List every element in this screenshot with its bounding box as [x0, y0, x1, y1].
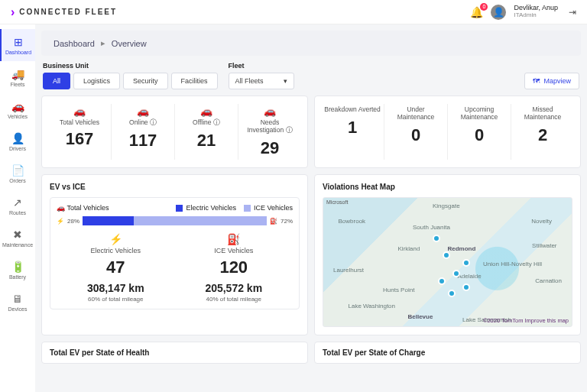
dashboard-icon: ⊞	[14, 36, 23, 48]
chevron-right-icon: ▸	[101, 38, 105, 48]
sidebar-item-dashboard[interactable]: ⊞Dashboard	[0, 29, 35, 61]
kpi-online: 🚗Online ⓘ117	[112, 104, 175, 160]
ev-vs-ice-panel: EV vs ICE 🚗 Total Vehicles Electric Vehi…	[41, 174, 308, 335]
chevron-down-icon: ▾	[284, 77, 287, 85]
avatar[interactable]: 👤	[491, 5, 506, 20]
map-point[interactable]	[443, 251, 450, 259]
panel-ev-state-of-health: Total EV per State of Health	[41, 342, 308, 364]
bu-segmented: All Logistics Security Facilities	[43, 73, 218, 89]
map-point[interactable]	[438, 277, 446, 285]
kpi-breakdown-averted: Breakdown Averted1	[321, 104, 384, 160]
ev-col: ⚡ Electric Vehicles 47 308,147 km 60% of…	[57, 233, 175, 303]
bu-option-logistics[interactable]: Logistics	[73, 73, 120, 89]
app-logo[interactable]: › CONNECTED FLEET	[11, 5, 117, 19]
violations-heatmap-panel: Violations Heat Map Microsoft Kingsgate …	[314, 174, 581, 335]
devices-icon: 🖥	[12, 293, 23, 305]
sidebar-item-fleets[interactable]: 🚚Fleets	[0, 61, 35, 93]
panel-title: EV vs ICE	[50, 183, 300, 191]
user-info: Devlikar, Anup ITAdmin	[514, 5, 558, 19]
map-point[interactable]	[433, 235, 440, 242]
car-icon: 🚗	[115, 105, 171, 117]
bu-option-security[interactable]: Security	[123, 73, 168, 89]
fuel-icon: ⛽	[270, 218, 277, 225]
kpi-under-maintenance: Under Maintenance0	[384, 104, 448, 160]
swatch-ev	[176, 205, 183, 212]
car-icon: 🚗	[178, 105, 235, 117]
logout-icon[interactable]: ⇥	[569, 7, 576, 18]
breadcrumb-current: Overview	[112, 39, 147, 48]
car-icon: 🚗	[51, 105, 108, 117]
panel-ev-state-of-charge: Total EV per State of Charge	[314, 342, 581, 364]
kpi-total-vehicles: 🚗Total Vehicles167	[48, 104, 112, 160]
map-point[interactable]	[462, 283, 470, 291]
map-point[interactable]	[448, 290, 456, 297]
breadcrumb-root[interactable]: Dashboard	[54, 39, 95, 48]
map-point[interactable]	[462, 259, 470, 267]
bu-label: Business Unit	[43, 62, 218, 70]
drivers-icon: 👤	[11, 132, 24, 144]
bu-option-facilities[interactable]: Facilities	[171, 73, 218, 89]
sidebar-item-orders[interactable]: 📄Orders	[0, 157, 35, 190]
app-title: CONNECTED FLEET	[19, 8, 117, 16]
sidebar-item-devices[interactable]: 🖥Devices	[0, 286, 35, 318]
filter-bar: Business Unit All Logistics Security Fac…	[41, 62, 581, 89]
maintenance-icon: ✖	[13, 228, 22, 241]
user-role: ITAdmin	[514, 12, 558, 19]
topbar: › CONNECTED FLEET 🔔 0 👤 Devlikar, Anup I…	[0, 0, 587, 24]
fleet-select[interactable]: All Fleets ▾	[229, 73, 294, 89]
notifications-badge: 0	[480, 3, 488, 11]
bu-option-all[interactable]: All	[43, 73, 70, 89]
map-provider: Microsoft	[326, 199, 348, 205]
sidebar: ⊞Dashboard 🚚Fleets 🚗Vehicles 👤Drivers 📄O…	[0, 24, 35, 392]
legend-ice: ICE Vehicles	[244, 204, 293, 212]
bolt-icon: ⚡	[57, 218, 64, 225]
car-icon: 🚗	[242, 105, 298, 117]
sidebar-item-battery[interactable]: 🔋Battery	[0, 254, 35, 286]
mapview-button[interactable]: 🗺 Mapview	[524, 73, 579, 89]
map-point[interactable]	[452, 270, 460, 277]
fleet-label: Fleet	[229, 62, 294, 70]
logo-chevron-icon: ›	[11, 5, 15, 19]
kpi-missed-maintenance: Missed Maintenance2	[511, 104, 574, 160]
bolt-icon: ⚡	[57, 233, 175, 245]
sidebar-item-drivers[interactable]: 👤Drivers	[0, 125, 35, 157]
kpi-offline: 🚗Offline ⓘ21	[175, 104, 238, 160]
sidebar-item-maintenance[interactable]: ✖Maintenance	[0, 222, 35, 254]
orders-icon: 📄	[11, 164, 24, 177]
map-icon: 🗺	[533, 77, 540, 85]
kpi-strip-left: 🚗Total Vehicles167 🚗Online ⓘ117 🚗Offline…	[41, 96, 308, 168]
fuel-icon: ⛽	[175, 233, 294, 245]
ice-col: ⛽ ICE Vehicles 120 205,572 km 40% of tot…	[175, 233, 294, 303]
violations-heatmap[interactable]: Microsoft Kingsgate South Juanita Novelt…	[323, 197, 572, 327]
fleets-icon: 🚚	[11, 68, 24, 80]
kpi-strip-right: Breakdown Averted1 Under Maintenance0 Up…	[314, 96, 581, 168]
vehicles-icon: 🚗	[11, 100, 24, 112]
swatch-ice	[244, 205, 251, 212]
kpi-needs-investigation: 🚗Needs Investigation ⓘ29	[238, 104, 301, 160]
evice-bar: ⚡28% ⛽72%	[57, 216, 293, 225]
car-icon: 🚗	[57, 204, 65, 212]
notifications-button[interactable]: 🔔 0	[470, 6, 483, 18]
legend-ev: Electric Vehicles	[176, 204, 236, 212]
map-copyright[interactable]: ©2020 TomTom Improve this map	[483, 317, 569, 324]
panel-title: Violations Heat Map	[323, 183, 572, 191]
sidebar-item-routes[interactable]: ↗Routes	[0, 190, 35, 222]
kpi-upcoming-maintenance: Upcoming Maintenance0	[448, 104, 511, 160]
breadcrumb: Dashboard ▸ Overview	[41, 31, 581, 56]
battery-icon: 🔋	[11, 261, 24, 273]
sidebar-item-vehicles[interactable]: 🚗Vehicles	[0, 93, 35, 125]
routes-icon: ↗	[13, 196, 22, 209]
